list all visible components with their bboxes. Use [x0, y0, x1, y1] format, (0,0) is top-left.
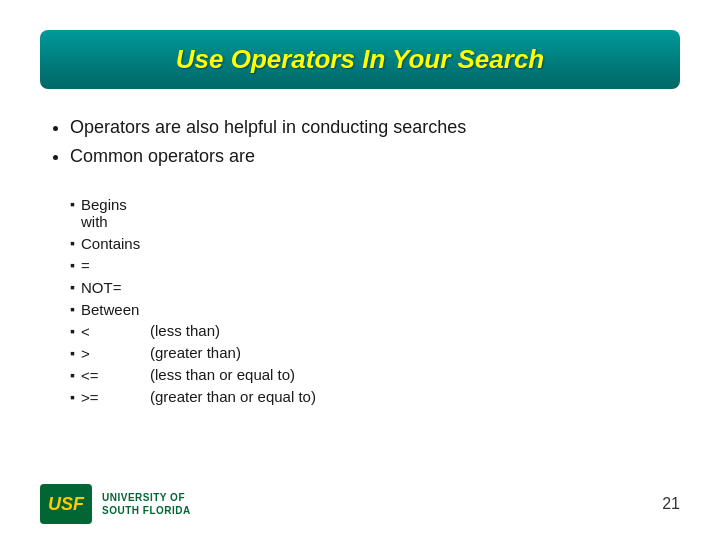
sub-item-label-0: Begins with: [81, 196, 150, 230]
sub-item-label-5: <: [81, 323, 90, 340]
sub-item-desc-0: [150, 195, 680, 230]
slide-title: Use Operators In Your Search: [176, 44, 544, 74]
sub-item-label-6: >: [81, 345, 90, 362]
sub-item-label-3: NOT=: [81, 279, 121, 296]
sub-item-desc-8: (greater than or equal to): [150, 388, 680, 406]
sub-item-bullet-6: >: [70, 344, 150, 362]
logo-line2: SOUTH FLORIDA: [102, 504, 191, 517]
sub-item-label-8: >=: [81, 389, 99, 406]
sub-item-bullet-5: <: [70, 322, 150, 340]
sub-item-desc-7: (less than or equal to): [150, 366, 680, 384]
main-bullet-1: Operators are also helpful in conducting…: [70, 117, 680, 138]
logo-abbreviation: USF: [48, 494, 84, 515]
sub-item-bullet-2: =: [70, 256, 150, 274]
page-number: 21: [662, 495, 680, 513]
sub-item-desc-2: [150, 256, 680, 274]
footer: USF UNIVERSITY OF SOUTH FLORIDA 21: [40, 484, 680, 524]
sub-item-bullet-7: <=: [70, 366, 150, 384]
sub-item-desc-3: [150, 278, 680, 296]
logo-area: USF UNIVERSITY OF SOUTH FLORIDA: [40, 484, 191, 524]
sub-item-desc-1: [150, 234, 680, 252]
main-bullet-2: Common operators are: [70, 146, 680, 167]
sub-item-desc-5: (less than): [150, 322, 680, 340]
sub-item-label-1: Contains: [81, 235, 140, 252]
title-bar: Use Operators In Your Search: [40, 30, 680, 89]
logo-line1: UNIVERSITY OF: [102, 491, 191, 504]
logo-box: USF: [40, 484, 92, 524]
sub-items-list: Begins withContains=NOT=Between<(less th…: [40, 195, 680, 406]
sub-item-label-2: =: [81, 257, 90, 274]
sub-item-label-4: Between: [81, 301, 139, 318]
logo-label: UNIVERSITY OF SOUTH FLORIDA: [102, 491, 191, 517]
sub-item-desc-6: (greater than): [150, 344, 680, 362]
main-bullets: Operators are also helpful in conducting…: [40, 117, 680, 175]
sub-item-label-7: <=: [81, 367, 99, 384]
sub-item-bullet-8: >=: [70, 388, 150, 406]
sub-item-bullet-4: Between: [70, 300, 150, 318]
sub-item-bullet-1: Contains: [70, 234, 150, 252]
slide: Use Operators In Your Search Operators a…: [0, 0, 720, 540]
sub-item-bullet-0: Begins with: [70, 195, 150, 230]
sub-item-bullet-3: NOT=: [70, 278, 150, 296]
sub-item-desc-4: [150, 300, 680, 318]
